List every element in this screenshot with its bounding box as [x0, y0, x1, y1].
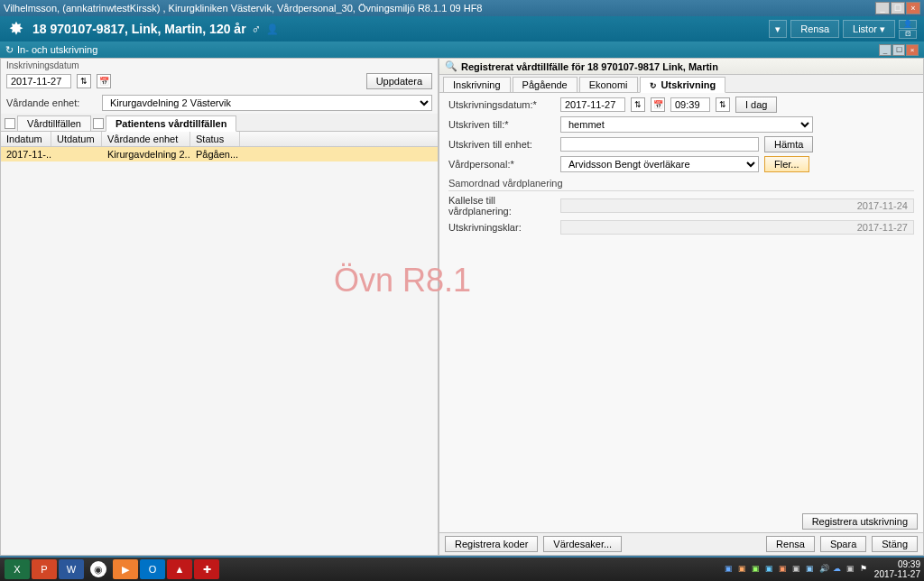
rensa-button[interactable]: Rensa: [766, 536, 815, 552]
taskbar-app-icon[interactable]: ▶: [113, 559, 138, 579]
panel-maximize[interactable]: ☐: [892, 44, 905, 56]
vardpersonal-select[interactable]: Arvidsson Bengt överläkare: [560, 156, 759, 172]
cell-status: Pågåen...: [190, 147, 240, 161]
tab-vardtillfallen[interactable]: Vårdtillfällen: [17, 115, 91, 131]
cell-enhet: Kirurgavdelning 2...: [102, 147, 190, 161]
app-header: 18 970107-9817, Link, Martin, 120 år ♂ 👤…: [0, 16, 924, 42]
tray-icons[interactable]: ▣▣▣ ▣▣▣ ▣🔊☁ ▣⚑: [725, 564, 871, 575]
cell-utdatum: [51, 147, 102, 161]
utskrivningsklar-label: Utskrivningsklar:: [448, 222, 555, 233]
right-tabbar: Inskrivning Pågående Ekonomi ↻ Utskrivni…: [439, 75, 923, 93]
utskriven-till-label: Utskriven till:*: [448, 119, 555, 130]
col-indatum[interactable]: Indatum: [1, 132, 51, 146]
cell-indatum: 2017-11-...: [1, 147, 51, 161]
app-logo-icon: [7, 20, 25, 38]
samordnad-section: Samordnad vårdplanering: [448, 176, 914, 191]
vardesaker-button[interactable]: Värdesaker...: [543, 536, 622, 552]
bottom-bar: Registrera koder Värdesaker... Rensa Spa…: [439, 532, 923, 555]
header-cart-icon[interactable]: ⊡: [899, 30, 917, 39]
unit-label: Vårdande enhet:: [6, 97, 97, 108]
utskrivningsdatum-label: Utskrivningsdatum:*: [448, 99, 555, 110]
inskrivning-date-input[interactable]: [6, 74, 71, 88]
tab-pagaende[interactable]: Pågående: [513, 77, 578, 92]
taskbar-chrome-icon[interactable]: ◉: [90, 561, 106, 577]
col-status[interactable]: Status: [190, 132, 240, 146]
utskriven-till-select[interactable]: hemmet: [560, 116, 813, 133]
taskbar: X P W ◉ ▶ O ▲ ✚ ▣▣▣ ▣▣▣ ▣🔊☁ ▣⚑ 09:39 201…: [0, 558, 924, 581]
utskriven-enhet-label: Utskriven till enhet:: [448, 139, 555, 150]
window-minimize[interactable]: _: [875, 2, 890, 14]
time-stepper-icon[interactable]: ⇅: [716, 97, 730, 112]
left-panel: Inskrivningsdatum ⇅ 📅 Uppdatera Vårdande…: [0, 58, 439, 556]
tab-checkbox-2[interactable]: [93, 118, 104, 129]
col-utdatum[interactable]: Utdatum: [51, 132, 102, 146]
taskbar-pdf-icon[interactable]: ▲: [167, 559, 192, 579]
kallelse-label: Kallelse till vårdplanering:: [448, 195, 555, 217]
time-input[interactable]: [670, 97, 710, 112]
right-panel-title: 🔍 Registrerat vårdtillfälle för 18 97010…: [439, 59, 923, 75]
registrera-utskrivning-button[interactable]: Registrera utskrivning: [802, 513, 918, 530]
taskbar-outlook-icon[interactable]: O: [140, 559, 165, 579]
kallelse-value: 2017-11-24: [560, 198, 914, 213]
stang-button[interactable]: Stäng: [872, 536, 918, 552]
spara-button[interactable]: Spara: [820, 536, 866, 552]
table-header: Indatum Utdatum Vårdande enhet Status: [1, 132, 438, 147]
gender-icon: ♂: [252, 22, 262, 36]
tab-checkbox-1[interactable]: [5, 118, 15, 129]
rensa-button[interactable]: Rensa: [790, 20, 839, 38]
idag-button[interactable]: I dag: [735, 97, 777, 113]
tab-patientens-vardtillfallen[interactable]: Patientens vårdtillfällen: [106, 115, 236, 132]
taskbar-excel-icon[interactable]: X: [5, 559, 30, 579]
calendar-icon[interactable]: 📅: [97, 74, 111, 88]
subheader: ↻ In- och utskrivning _ ☐ ×: [0, 42, 924, 58]
date-stepper-icon[interactable]: ⇅: [77, 74, 91, 88]
refresh-icon: ↻: [5, 44, 14, 56]
utskrivningsdatum-input[interactable]: [560, 97, 625, 112]
left-tabbar: Vårdtillfällen Patientens vårdtillfällen: [1, 114, 438, 132]
refresh-icon: ↻: [650, 81, 657, 90]
taskbar-powerpoint-icon[interactable]: P: [32, 559, 57, 579]
col-enhet[interactable]: Vårdande enhet: [102, 132, 190, 146]
taskbar-clock[interactable]: 09:39 2017-11-27: [874, 559, 920, 579]
panel-close[interactable]: ×: [906, 44, 919, 56]
table-row[interactable]: 2017-11-... Kirurgavdelning 2... Pågåen.…: [1, 147, 438, 161]
patient-name: 18 970107-9817, Link, Martin, 120 år: [32, 22, 246, 36]
window-close[interactable]: ×: [906, 2, 920, 14]
fler-button[interactable]: Fler...: [764, 156, 809, 172]
registrera-koder-button[interactable]: Registrera koder: [445, 536, 538, 552]
tab-ekonomi[interactable]: Ekonomi: [579, 77, 638, 92]
vardpersonal-label: Vårdpersonal:*: [448, 159, 555, 170]
utskriven-enhet-input[interactable]: [560, 137, 759, 152]
unit-select[interactable]: Kirurgavdelning 2 Västervik: [102, 95, 432, 111]
utskrivningsklar-value: 2017-11-27: [560, 220, 914, 235]
tab-utskrivning[interactable]: ↻ Utskrivning: [640, 77, 726, 93]
person-icon: 👤: [266, 23, 279, 35]
listor-button[interactable]: Listor ▾: [843, 20, 895, 38]
search-icon: 🔍: [445, 60, 457, 72]
window-maximize[interactable]: ☐: [891, 2, 905, 14]
window-title: Vilhelmsson, (annkatrinwtestKirssk) , Ki…: [4, 3, 482, 14]
inskrivning-fieldset-label: Inskrivningsdatum: [1, 59, 438, 70]
date-stepper-icon[interactable]: ⇅: [631, 97, 645, 112]
window-titlebar: Vilhelmsson, (annkatrinwtestKirssk) , Ki…: [0, 0, 924, 16]
calendar-icon[interactable]: 📅: [651, 97, 665, 112]
subheader-title: In- och utskrivning: [17, 44, 97, 55]
uppdatera-button[interactable]: Uppdatera: [366, 73, 432, 89]
taskbar-word-icon[interactable]: W: [59, 559, 84, 579]
panel-minimize[interactable]: _: [879, 44, 892, 56]
header-dropdown-icon[interactable]: ▾: [769, 20, 787, 38]
tab-inskrivning[interactable]: Inskrivning: [443, 77, 511, 92]
hamta-button[interactable]: Hämta: [764, 136, 813, 152]
taskbar-plus-icon[interactable]: ✚: [194, 559, 219, 579]
right-panel: 🔍 Registrerat vårdtillfälle för 18 97010…: [439, 58, 924, 556]
header-user-icon[interactable]: 👤: [899, 20, 917, 29]
